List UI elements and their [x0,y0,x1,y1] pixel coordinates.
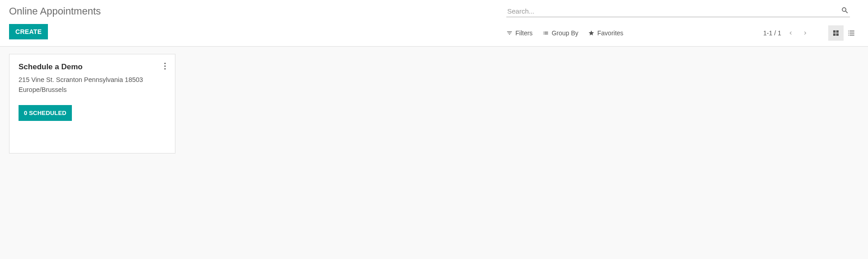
pager-next-button[interactable] [800,28,810,38]
kebab-icon [164,62,166,70]
filter-group: Filters Group By Favorites [506,29,623,38]
top-bar: Online Appointments CREATE Filters Gr [0,0,868,47]
card-location: 215 Vine St. Scranton Pennsylvania 18503 [19,75,166,85]
chevron-right-icon [802,30,808,36]
svg-point-1 [164,65,165,67]
chevron-left-icon [788,30,794,36]
search-icon[interactable] [841,6,849,14]
pager-group: 1-1 / 1 [763,25,859,41]
grid-icon [832,29,840,37]
search-input[interactable] [506,5,850,17]
funnel-icon [506,30,513,36]
page-title: Online Appointments [9,5,101,17]
pager-prev-button[interactable] [786,28,796,38]
kanban-view-button[interactable] [828,25,844,41]
card-menu-button[interactable] [161,62,169,71]
pager-range: 1-1 / 1 [763,29,781,37]
filters-label: Filters [515,29,533,37]
svg-point-2 [164,68,165,69]
groupby-label: Group By [552,29,578,37]
favorites-label: Favorites [597,29,623,37]
filters-button[interactable]: Filters [506,29,533,38]
list-icon [542,30,549,36]
card-timezone: Europe/Brussels [19,85,166,95]
star-icon [588,30,594,36]
appointment-card[interactable]: Schedule a Demo 215 Vine St. Scranton Pe… [9,54,175,153]
scheduled-badge[interactable]: 0 SCHEDULED [19,105,72,121]
card-title: Schedule a Demo [19,62,166,72]
list-lines-icon [847,29,855,37]
list-view-button[interactable] [844,25,859,41]
groupby-button[interactable]: Group By [542,29,578,38]
search-wrap [506,5,850,17]
view-switch [828,25,859,41]
create-button[interactable]: CREATE [9,24,48,39]
svg-point-0 [164,62,165,64]
favorites-button[interactable]: Favorites [588,29,623,38]
content-area: Schedule a Demo 215 Vine St. Scranton Pe… [0,47,868,161]
